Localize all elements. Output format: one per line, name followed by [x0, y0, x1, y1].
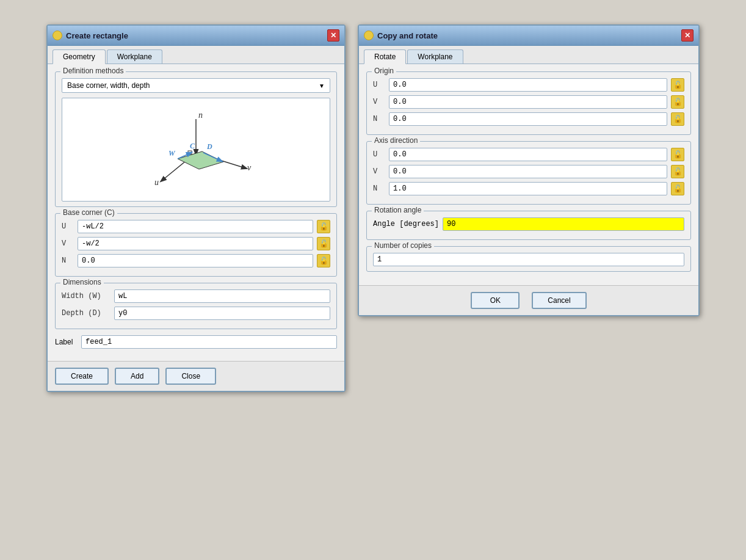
origin-u-row: U 🔓: [373, 78, 684, 92]
definition-method-dropdown[interactable]: Base corner, width, depth ▼: [62, 78, 330, 93]
add-button[interactable]: Add: [115, 368, 159, 385]
geometry-tab-content: Definition methods Base corner, width, d…: [48, 64, 344, 361]
close-button-1[interactable]: ✕: [327, 29, 339, 42]
axis-direction-label: Axis direction: [372, 136, 420, 145]
axis-v-label: V: [373, 167, 385, 176]
close-button-2[interactable]: ✕: [681, 29, 693, 42]
label-input[interactable]: [81, 335, 337, 349]
definition-methods-label: Definition methods: [60, 67, 126, 75]
axis-lock-v[interactable]: 🔓: [671, 165, 684, 178]
svg-text:C: C: [190, 142, 195, 150]
dropdown-arrow: ▼: [319, 82, 325, 89]
origin-u-input[interactable]: [389, 78, 667, 92]
tab-bar-1: Geometry Workplane: [48, 46, 344, 64]
angle-input[interactable]: [443, 217, 684, 231]
axis-u-input[interactable]: [389, 148, 667, 161]
axis-lock-n[interactable]: 🔓: [671, 182, 684, 195]
dimensions-label: Dimensions: [60, 278, 104, 286]
axis-direction-group: Axis direction U 🔓 V 🔓 N 🔓: [366, 141, 691, 205]
base-corner-label: Base corner (C): [60, 208, 117, 217]
base-corner-u-input[interactable]: [78, 220, 313, 233]
axis-v-row: V 🔓: [373, 165, 684, 178]
create-rectangle-dialog: Create rectangle ✕ Geometry Workplane De…: [46, 24, 346, 392]
origin-v-input[interactable]: [389, 95, 667, 109]
create-button[interactable]: Create: [55, 368, 109, 385]
lock-u-1[interactable]: 🔓: [317, 220, 330, 233]
copies-group: Number of copies: [366, 246, 691, 272]
u-axis-label-1: U: [62, 222, 74, 231]
dialog-title-1: Create rectangle: [66, 31, 128, 40]
lock-v-1[interactable]: 🔓: [317, 237, 330, 250]
base-corner-u-row: U 🔓: [62, 220, 330, 233]
origin-n-label: N: [373, 115, 385, 123]
title-bar-1: Create rectangle ✕: [48, 26, 344, 46]
dialog-title-2: Copy and rotate: [377, 31, 438, 40]
axis-v-input[interactable]: [389, 165, 667, 178]
rotation-angle-group: Rotation angle Angle [degrees]: [366, 211, 691, 240]
base-corner-v-row: V 🔓: [62, 237, 330, 250]
origin-n-input[interactable]: [389, 112, 667, 126]
title-content-2: Copy and rotate: [364, 31, 438, 40]
svg-text:u: u: [154, 178, 159, 187]
axis-lock-u[interactable]: 🔓: [671, 148, 684, 161]
origin-lock-u[interactable]: 🔓: [671, 78, 684, 92]
copies-input[interactable]: [373, 253, 684, 266]
rotation-angle-label: Rotation angle: [372, 206, 424, 214]
base-corner-group: Base corner (C) U 🔓 V 🔓 N 🔓: [55, 213, 337, 277]
v-axis-label-1: V: [62, 239, 74, 248]
angle-row: Angle [degrees]: [373, 217, 684, 231]
rotate-tab-content: Origin U 🔓 V 🔓 N 🔓 Axis direction U: [359, 64, 698, 285]
dropdown-selected: Base corner, width, depth: [67, 81, 150, 90]
axis-n-label: N: [373, 184, 385, 193]
origin-group: Origin U 🔓 V 🔓 N 🔓: [366, 71, 691, 135]
dimensions-group: Dimensions Width (W) Depth (D): [55, 283, 337, 329]
base-corner-n-input[interactable]: [78, 254, 313, 267]
tab-bar-2: Rotate Workplane: [359, 46, 698, 64]
tab-geometry[interactable]: Geometry: [53, 49, 106, 64]
cancel-button[interactable]: Cancel: [532, 292, 586, 309]
copy-rotate-dialog: Copy and rotate ✕ Rotate Workplane Origi…: [358, 24, 700, 316]
copies-label: Number of copies: [372, 241, 434, 250]
tab-rotate[interactable]: Rotate: [364, 49, 406, 64]
n-axis-label-1: N: [62, 256, 74, 265]
dialog2-buttons: OK Cancel: [359, 285, 698, 315]
label-field-label: Label: [55, 338, 76, 346]
svg-text:W: W: [168, 149, 176, 158]
lock-n-1[interactable]: 🔓: [317, 254, 330, 267]
tab-workplane-1[interactable]: Workplane: [107, 49, 162, 64]
svg-text:n: n: [198, 111, 203, 120]
svg-marker-4: [178, 151, 223, 169]
origin-n-row: N 🔓: [373, 112, 684, 126]
svg-text:v: v: [247, 163, 252, 172]
angle-field-label: Angle [degrees]: [373, 220, 439, 228]
geometry-diagram: n C D W u: [62, 98, 330, 202]
definition-methods-group: Definition methods Base corner, width, d…: [55, 71, 337, 207]
origin-u-label: U: [373, 81, 385, 89]
base-corner-v-input[interactable]: [78, 237, 313, 250]
origin-v-row: V 🔓: [373, 95, 684, 109]
origin-label: Origin: [372, 67, 396, 75]
ok-button[interactable]: OK: [471, 292, 520, 309]
app-icon-2: [364, 31, 374, 40]
axis-n-row: N 🔓: [373, 182, 684, 195]
tab-workplane-2[interactable]: Workplane: [407, 49, 463, 64]
width-input[interactable]: [114, 289, 330, 303]
depth-label: Depth (D): [62, 309, 110, 318]
depth-input[interactable]: [114, 307, 330, 320]
svg-text:D: D: [206, 142, 212, 151]
origin-v-label: V: [373, 98, 385, 106]
base-corner-n-row: N 🔓: [62, 254, 330, 267]
origin-lock-v[interactable]: 🔓: [671, 95, 684, 109]
app-icon-1: [53, 31, 62, 40]
axis-n-input[interactable]: [389, 182, 667, 195]
title-bar-2: Copy and rotate ✕: [359, 26, 698, 46]
close-button-dialog1[interactable]: Close: [165, 368, 216, 385]
depth-row: Depth (D): [62, 307, 330, 320]
diagram-svg: n C D W u: [117, 101, 275, 198]
dialog1-buttons: Create Add Close: [48, 361, 344, 391]
origin-lock-n[interactable]: 🔓: [671, 112, 684, 126]
label-row: Label: [55, 335, 337, 349]
axis-u-row: U 🔓: [373, 148, 684, 161]
axis-u-label: U: [373, 150, 385, 159]
width-label: Width (W): [62, 292, 110, 300]
